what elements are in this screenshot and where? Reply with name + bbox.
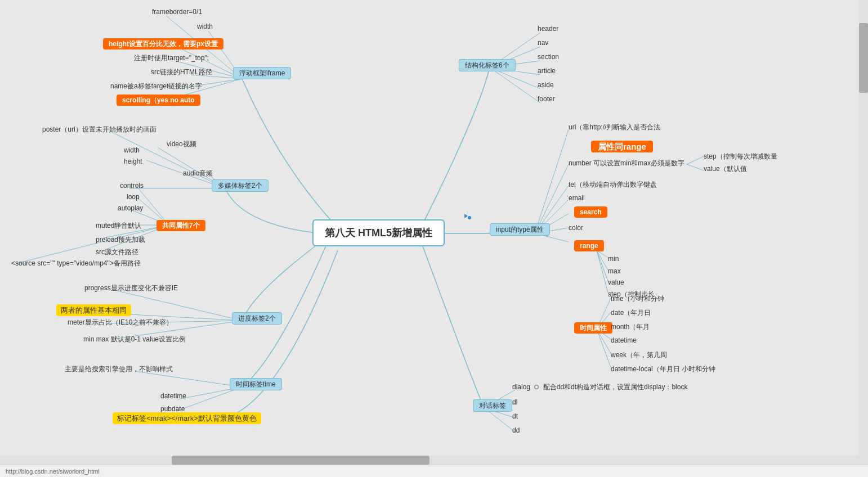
shared-node: 共同属性7个 (156, 221, 205, 231)
range-attr-node: 属性同range (591, 142, 653, 152)
src2-node: src源文件路径 (96, 248, 138, 257)
autoplay-node: autoplay (118, 204, 143, 212)
svg-line-31 (687, 164, 704, 170)
central-label: 第八天 HTML5新增属性 (325, 227, 432, 238)
name-node: name被a标签target链接的名字 (110, 82, 202, 91)
height-note-node: height设置百分比无效，需要px设置 (103, 39, 223, 49)
loop-node: loop (127, 193, 140, 201)
search-node: search (574, 208, 607, 216)
search-engine-node: 主要是给搜索引擎使用，不影响样式 (65, 364, 173, 374)
range-min-node: min (608, 255, 619, 263)
mark-node: 标记标签<mrak></mark>默认背景颜色黄色 (113, 413, 261, 424)
svg-line-12 (490, 68, 540, 103)
iframe-node: 浮动框架iframe (233, 69, 291, 78)
scrolling-node: scrolling（yes no auto (117, 96, 200, 105)
datetime-node: datetime (611, 336, 637, 344)
svg-line-22 (597, 250, 608, 281)
tel-node: tel（移动端自动弹出数字键盘 (569, 180, 657, 190)
svg-line-13 (535, 129, 569, 233)
source-node: <source src="" type="video/mp4">备用路径 (11, 259, 141, 268)
mind-map: 第八天 HTML5新增属性 浮动框架iframe frameborder=0/1… (0, 0, 868, 477)
svg-line-48 (113, 290, 242, 321)
date-node: date（年月日 (611, 308, 651, 318)
svg-line-21 (597, 250, 608, 270)
meter-node: meter显示占比（IE10之前不兼容） (68, 318, 173, 327)
url-node: url（靠http://判断输入是否合法 (569, 123, 660, 132)
preload-node: preload预先加载 (96, 235, 145, 245)
iframe-width-node: width (197, 22, 213, 30)
cursor (464, 214, 471, 220)
month-node: month（年月 (611, 322, 650, 332)
email-node: email (569, 194, 585, 202)
src-node: src链接的HTML路径 (151, 68, 212, 77)
svg-line-47 (17, 225, 169, 263)
footer-node: footer (538, 95, 555, 103)
dialog-node: 对话标签 (473, 401, 512, 411)
video-node: video视频 (167, 140, 196, 149)
header-node: header (538, 25, 558, 33)
audio-node: audio音频 (183, 169, 213, 178)
section-node: section (538, 53, 559, 61)
poster-node: poster（url）设置未开始播放时的画面 (42, 125, 156, 134)
range-max-node: max (608, 267, 621, 275)
target-node: 注册时使用target="_top"; (134, 53, 209, 63)
range-node: range (574, 242, 604, 250)
datetime-tag-node: datetime (160, 392, 186, 400)
pubdate-node: pubdate (160, 405, 185, 413)
controls-node: controls (120, 182, 144, 190)
aside-node: aside (538, 81, 554, 89)
muted-node: muted静音默认 (96, 221, 141, 231)
media-height-node: height (124, 158, 142, 165)
both-same-node: 两者的属性基本相同 (56, 305, 131, 316)
media-node: 多媒体标签2个 (212, 181, 269, 191)
time-val-node: time（小时和分钟 (611, 294, 664, 304)
nav-node: nav (538, 39, 548, 47)
svg-line-30 (687, 156, 704, 164)
step-sub-node: step（控制每次增减数量 (704, 152, 777, 161)
datetime-local-node: datetime-local（年月日 小时和分钟 (611, 364, 715, 374)
media-width-node: width (124, 146, 140, 154)
value-sub-node: value（默认值 (704, 164, 747, 174)
time-tag-node: 时间标签time (230, 380, 282, 389)
dialog-label-node: dialog 配合dd和dt构造对话框，设置属性display：block (512, 382, 687, 392)
min-max-node: min max 默认是0-1 value设置比例 (83, 335, 186, 344)
time-attr-node: 时间属性 (574, 323, 612, 333)
article-node: article (538, 67, 556, 75)
week-node: week（年，第几周 (611, 350, 667, 360)
iframe-box: 浮动框架iframe (233, 67, 291, 79)
color-node: color (569, 224, 583, 232)
dt-node: dt (512, 412, 518, 420)
central-node: 第八天 HTML5新增属性 (312, 219, 445, 246)
progress-note-node: progress显示进度变化不兼容IE (84, 284, 178, 293)
dd-node: dd (512, 426, 520, 434)
progress-node: 进度标签2个 (232, 314, 282, 323)
input-type-node: input的type属性 (490, 225, 550, 235)
dialog-circle (534, 385, 539, 389)
frameborder-node: frameborder=0/1 (152, 8, 202, 16)
structure-node: 结构化标签6个 (459, 61, 516, 70)
svg-line-29 (597, 329, 611, 367)
dl-node: dl (512, 398, 517, 406)
svg-line-54 (177, 387, 242, 411)
range-value-node: value (608, 278, 624, 286)
number-node: number 可以设置min和max必须是数字 (569, 159, 684, 168)
